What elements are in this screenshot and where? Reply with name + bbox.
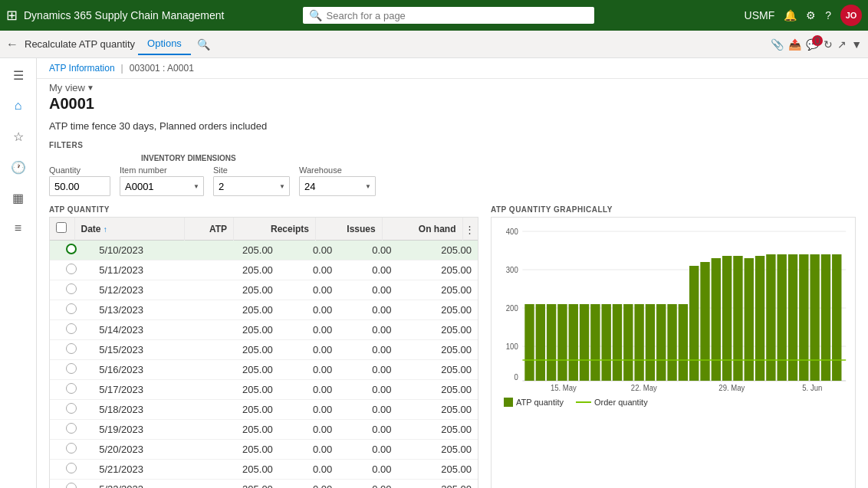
row-date: 5/13/2023	[93, 300, 199, 320]
second-toolbar: ← Recalculate ATP quantity Options 🔍 📎 📤…	[0, 31, 868, 58]
row-receipts: 0.00	[279, 241, 338, 260]
row-date: 5/21/2023	[93, 460, 199, 480]
warehouse-select[interactable]: 24	[299, 176, 376, 196]
view-selector[interactable]: My view ▼	[49, 82, 94, 93]
bar-26	[799, 254, 808, 381]
row-receipts: 0.00	[279, 340, 338, 360]
svg-text:5. Jun: 5. Jun	[802, 384, 822, 392]
bar-4	[557, 304, 567, 381]
row-radio[interactable]	[66, 423, 77, 434]
row-date: 5/16/2023	[93, 360, 199, 380]
table-scroll-area[interactable]: 5/10/2023 205.00 0.00 0.00 205.00 5/11/2…	[50, 241, 478, 488]
row-radio-cell	[50, 400, 93, 420]
row-radio[interactable]	[66, 343, 77, 354]
row-radio-cell	[50, 260, 93, 280]
attach-icon[interactable]: 📎	[771, 38, 784, 51]
breadcrumb-atp-info[interactable]: ATP Information	[49, 63, 115, 74]
row-radio[interactable]	[66, 403, 77, 414]
svg-text:0: 0	[514, 373, 518, 382]
notifications-icon[interactable]: 🔔	[784, 9, 797, 21]
bar-7	[590, 304, 600, 381]
row-radio[interactable]	[66, 383, 77, 394]
grid-icon[interactable]: ⊞	[6, 7, 18, 24]
badge-count: 0	[812, 35, 823, 46]
table-row[interactable]: 5/19/2023 205.00 0.00 0.00 205.00	[50, 420, 478, 440]
col-receipts[interactable]: Receipts	[234, 218, 316, 241]
search-icon: 🔍	[309, 9, 322, 21]
bar-15	[679, 304, 688, 381]
legend-atp-box	[504, 398, 513, 407]
site-select[interactable]: 2	[213, 176, 290, 196]
sidebar: ☰ ⌂ ☆ 🕐 ▦ ≡	[0, 58, 37, 488]
search-input[interactable]	[327, 10, 588, 21]
table-row[interactable]: 5/21/2023 205.00 0.00 0.00 205.00	[50, 460, 478, 480]
more-options-button[interactable]: ⋮	[462, 222, 478, 237]
bar-3	[547, 304, 556, 381]
row-receipts: 0.00	[279, 440, 338, 460]
settings-icon[interactable]: ⚙	[806, 9, 816, 21]
table-row[interactable]: 5/17/2023 205.00 0.00 0.00 205.00	[50, 380, 478, 400]
select-all-checkbox[interactable]	[56, 222, 67, 233]
table-row[interactable]: 5/15/2023 205.00 0.00 0.00 205.00	[50, 340, 478, 360]
row-radio[interactable]	[66, 363, 77, 374]
refresh-icon[interactable]: ↻	[824, 38, 833, 51]
row-radio-cell	[50, 320, 93, 340]
site-select-wrapper: 2	[213, 176, 290, 196]
row-on-hand: 205.00	[398, 320, 478, 340]
row-radio[interactable]	[66, 244, 77, 254]
tab-options[interactable]: Options	[138, 33, 191, 55]
toolbar-search-button[interactable]: 🔍	[197, 38, 210, 51]
sidebar-item-recent[interactable]: 🕐	[3, 153, 34, 181]
table-row[interactable]: 5/22/2023 205.00 0.00 0.00 205.00	[50, 480, 478, 489]
row-radio[interactable]	[66, 283, 77, 294]
col-date[interactable]: Date ↑	[74, 218, 185, 241]
sidebar-item-workspaces[interactable]: ▦	[3, 184, 34, 211]
row-atp: 205.00	[199, 260, 278, 280]
bar-20	[733, 256, 742, 381]
sidebar-item-list[interactable]: ≡	[3, 215, 34, 242]
bar-16	[689, 266, 699, 381]
quantity-label: Quantity	[49, 165, 110, 175]
row-radio[interactable]	[66, 443, 77, 454]
row-on-hand: 205.00	[398, 340, 478, 360]
row-radio[interactable]	[66, 483, 77, 488]
breadcrumb-separator: |	[121, 63, 123, 74]
col-atp[interactable]: ATP	[185, 218, 234, 241]
user-avatar[interactable]: JO	[840, 5, 862, 26]
table-row[interactable]: 5/18/2023 205.00 0.00 0.00 205.00	[50, 400, 478, 420]
table-row[interactable]: 5/12/2023 205.00 0.00 0.00 205.00	[50, 280, 478, 300]
top-right-icons: USMF 🔔 ⚙ ? JO	[745, 5, 862, 26]
back-button[interactable]: ←	[6, 38, 18, 51]
share-icon[interactable]: ↗	[837, 38, 847, 51]
table-row[interactable]: 5/16/2023 205.00 0.00 0.00 205.00	[50, 360, 478, 380]
table-row[interactable]: 5/10/2023 205.00 0.00 0.00 205.00	[50, 241, 478, 260]
help-icon[interactable]: ?	[825, 9, 831, 21]
sidebar-item-menu[interactable]: ☰	[3, 61, 34, 89]
row-radio-cell	[50, 380, 93, 400]
row-atp: 205.00	[199, 360, 278, 380]
col-on-hand[interactable]: On hand	[382, 218, 462, 241]
bar-28	[821, 254, 830, 381]
filter-icon[interactable]: ▼	[851, 38, 862, 51]
row-atp: 205.00	[199, 480, 278, 489]
item-number-select[interactable]: A0001	[120, 176, 204, 196]
quantity-input[interactable]	[49, 176, 110, 196]
table-row[interactable]: 5/11/2023 205.00 0.00 0.00 205.00	[50, 260, 478, 280]
export-icon[interactable]: 📤	[788, 38, 801, 51]
chart-header: ATP QUANTITY GRAPHICALLY	[491, 202, 856, 217]
item-number-select-wrapper: A0001	[120, 176, 204, 196]
table-row[interactable]: 5/20/2023 205.00 0.00 0.00 205.00	[50, 440, 478, 460]
sidebar-item-favorites[interactable]: ☆	[3, 123, 34, 150]
row-radio[interactable]	[66, 303, 77, 314]
col-issues[interactable]: Issues	[316, 218, 383, 241]
sidebar-item-home[interactable]: ⌂	[3, 92, 34, 120]
bar-8	[601, 304, 610, 381]
row-radio[interactable]	[66, 264, 77, 274]
sort-asc-icon[interactable]: ↑	[104, 225, 107, 234]
row-radio[interactable]	[66, 463, 77, 473]
row-radio[interactable]	[66, 323, 77, 334]
search-bar[interactable]: 🔍	[303, 7, 594, 24]
table-row[interactable]: 5/14/2023 205.00 0.00 0.00 205.00	[50, 320, 478, 340]
main-layout: ☰ ⌂ ☆ 🕐 ▦ ≡ ATP Information | 003001 : A…	[0, 58, 868, 488]
table-row[interactable]: 5/13/2023 205.00 0.00 0.00 205.00	[50, 300, 478, 320]
